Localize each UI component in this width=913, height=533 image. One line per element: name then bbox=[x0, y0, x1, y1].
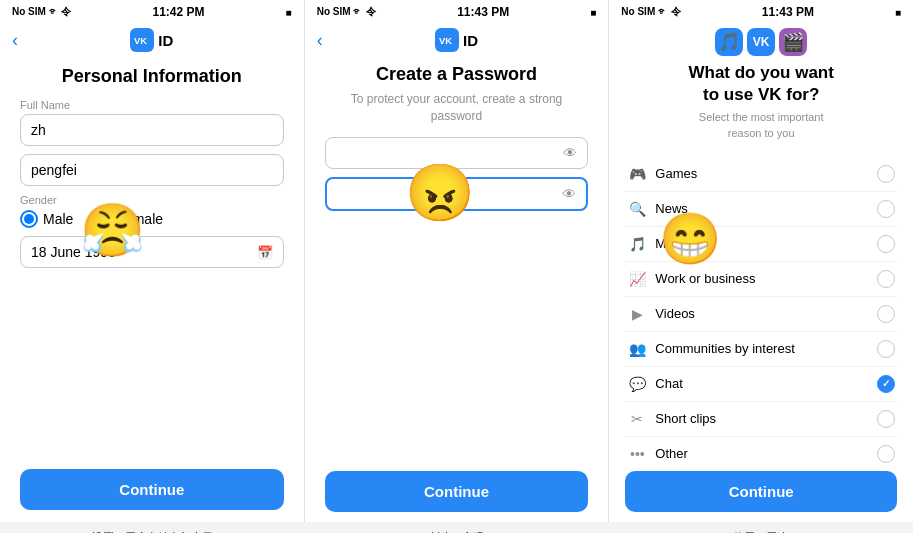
vk-logo-box-1: VK bbox=[130, 28, 154, 52]
vk-main-icon: VK bbox=[747, 28, 775, 56]
continue-button-3[interactable]: Continue bbox=[625, 471, 897, 512]
option-icon-7: ✂ bbox=[627, 409, 647, 429]
option-icon-8: ••• bbox=[627, 444, 647, 464]
screen1-title: Personal Information bbox=[20, 66, 284, 87]
lastname-input[interactable] bbox=[20, 154, 284, 186]
vk-music-icon: 🎵 bbox=[715, 28, 743, 56]
caption-1: 设置vk用户名姓名与生日 bbox=[0, 528, 304, 533]
eye-icon-2[interactable]: 👁 bbox=[562, 186, 576, 202]
option-label-4: Videos bbox=[655, 306, 869, 321]
screen3-header: 🎵 VK 🎬 What do you wantto use VK for? Se… bbox=[625, 28, 897, 149]
gender-label: Gender bbox=[20, 194, 284, 206]
battery-icons-3: ■ bbox=[895, 7, 901, 18]
option-item-music[interactable]: 🎵Music bbox=[625, 227, 897, 262]
calendar-icon: 📅 bbox=[257, 245, 273, 260]
carrier-2: No SIM ᯤ 令 bbox=[317, 5, 376, 19]
svg-text:VK: VK bbox=[439, 36, 452, 46]
dob-input[interactable]: 18 June 1990 📅 bbox=[20, 236, 284, 268]
gender-male-label: Male bbox=[43, 211, 73, 227]
screen-vk-purpose: No SIM ᯤ 令 11:43 PM ■ 🎵 VK 🎬 What do you… bbox=[609, 0, 913, 522]
option-label-2: Music bbox=[655, 236, 869, 251]
screen2-title: Create a Password bbox=[325, 64, 589, 85]
option-item-videos[interactable]: ▶Videos bbox=[625, 297, 897, 332]
vk-logo-2: VK ID bbox=[435, 28, 478, 52]
option-radio-5[interactable] bbox=[877, 340, 895, 358]
gender-female-label: Female bbox=[116, 211, 163, 227]
option-item-news[interactable]: 🔍News bbox=[625, 192, 897, 227]
password-field-1[interactable]: 👁 bbox=[325, 137, 589, 169]
screen3-content: 🎵 VK 🎬 What do you wantto use VK for? Se… bbox=[609, 22, 913, 522]
option-icon-1: 🔍 bbox=[627, 199, 647, 219]
option-label-1: News bbox=[655, 201, 869, 216]
gender-female-radio[interactable] bbox=[93, 210, 111, 228]
nav-logo-text-2: ID bbox=[463, 32, 478, 49]
option-radio-8[interactable] bbox=[877, 445, 895, 463]
caption-3: 使用vk用途 bbox=[609, 528, 913, 533]
option-radio-1[interactable] bbox=[877, 200, 895, 218]
caption-2: 创建vk密码 bbox=[304, 528, 608, 533]
nav-bar-1: ‹ VK ID bbox=[0, 22, 304, 58]
svg-text:VK: VK bbox=[134, 36, 147, 46]
option-item-work-or-business[interactable]: 📈Work or business bbox=[625, 262, 897, 297]
option-label-0: Games bbox=[655, 166, 869, 181]
option-icon-5: 👥 bbox=[627, 339, 647, 359]
option-label-3: Work or business bbox=[655, 271, 869, 286]
password-field-2[interactable]: 👁 bbox=[325, 177, 589, 211]
screen1-content: Personal Information Full Name Gender Ma… bbox=[0, 58, 304, 522]
vk-logo-1: VK ID bbox=[130, 28, 173, 52]
option-item-communities-by-interest[interactable]: 👥Communities by interest bbox=[625, 332, 897, 367]
nav-bar-2: ‹ VK ID bbox=[305, 22, 609, 58]
app-icons-row: 🎵 VK 🎬 bbox=[715, 28, 807, 56]
screen-personal-info: No SIM ᯤ 令 11:42 PM ■ ‹ VK ID Personal I… bbox=[0, 0, 305, 522]
nav-logo-text-1: ID bbox=[158, 32, 173, 49]
option-radio-6[interactable] bbox=[877, 375, 895, 393]
gender-male-radio[interactable] bbox=[20, 210, 38, 228]
screen3-title: What do you wantto use VK for? bbox=[625, 62, 897, 106]
option-radio-4[interactable] bbox=[877, 305, 895, 323]
password-input-1[interactable] bbox=[336, 145, 554, 161]
time-2: 11:43 PM bbox=[457, 5, 509, 19]
screen2-content: Create a Password To protect your accoun… bbox=[305, 58, 609, 522]
option-icon-6: 💬 bbox=[627, 374, 647, 394]
back-button-1[interactable]: ‹ bbox=[12, 30, 18, 51]
firstname-input[interactable] bbox=[20, 114, 284, 146]
option-label-6: Chat bbox=[655, 376, 869, 391]
continue-button-2[interactable]: Continue bbox=[325, 471, 589, 512]
fullname-label: Full Name bbox=[20, 99, 284, 111]
status-bar-1: No SIM ᯤ 令 11:42 PM ■ bbox=[0, 0, 304, 22]
option-label-8: Other bbox=[655, 446, 869, 461]
option-radio-7[interactable] bbox=[877, 410, 895, 428]
option-radio-3[interactable] bbox=[877, 270, 895, 288]
gender-female-option[interactable]: Female bbox=[93, 210, 163, 228]
continue-button-1[interactable]: Continue bbox=[20, 469, 284, 510]
option-item-chat[interactable]: 💬Chat bbox=[625, 367, 897, 402]
dob-value: 18 June 1990 bbox=[31, 244, 116, 260]
option-icon-2: 🎵 bbox=[627, 234, 647, 254]
gender-row: Male Female bbox=[20, 210, 284, 228]
gender-male-option[interactable]: Male bbox=[20, 210, 73, 228]
carrier-3: No SIM ᯤ 令 bbox=[621, 5, 680, 19]
option-label-7: Short clips bbox=[655, 411, 869, 426]
battery-icons-2: ■ bbox=[590, 7, 596, 18]
option-icon-4: ▶ bbox=[627, 304, 647, 324]
vk-logo-box-2: VK bbox=[435, 28, 459, 52]
option-item-short-clips[interactable]: ✂Short clips bbox=[625, 402, 897, 437]
status-bar-2: No SIM ᯤ 令 11:43 PM ■ bbox=[305, 0, 609, 22]
screen-password: No SIM ᯤ 令 11:43 PM ■ ‹ VK ID Create a P… bbox=[305, 0, 610, 522]
back-button-2[interactable]: ‹ bbox=[317, 30, 323, 51]
option-item-games[interactable]: 🎮Games bbox=[625, 157, 897, 192]
vk-video-icon: 🎬 bbox=[779, 28, 807, 56]
caption-row: 设置vk用户名姓名与生日 创建vk密码 使用vk用途 bbox=[0, 522, 913, 533]
option-item-other[interactable]: •••Other bbox=[625, 437, 897, 471]
password-input-2[interactable] bbox=[337, 186, 553, 202]
eye-icon-1[interactable]: 👁 bbox=[563, 145, 577, 161]
option-list: 🎮Games🔍News🎵Music📈Work or business▶Video… bbox=[625, 157, 897, 471]
status-bar-3: No SIM ᯤ 令 11:43 PM ■ bbox=[609, 0, 913, 22]
option-radio-2[interactable] bbox=[877, 235, 895, 253]
option-icon-0: 🎮 bbox=[627, 164, 647, 184]
carrier-1: No SIM ᯤ 令 bbox=[12, 5, 71, 19]
vk-app-logo: 🎵 VK 🎬 bbox=[625, 28, 897, 56]
option-label-5: Communities by interest bbox=[655, 341, 869, 356]
option-icon-3: 📈 bbox=[627, 269, 647, 289]
option-radio-0[interactable] bbox=[877, 165, 895, 183]
